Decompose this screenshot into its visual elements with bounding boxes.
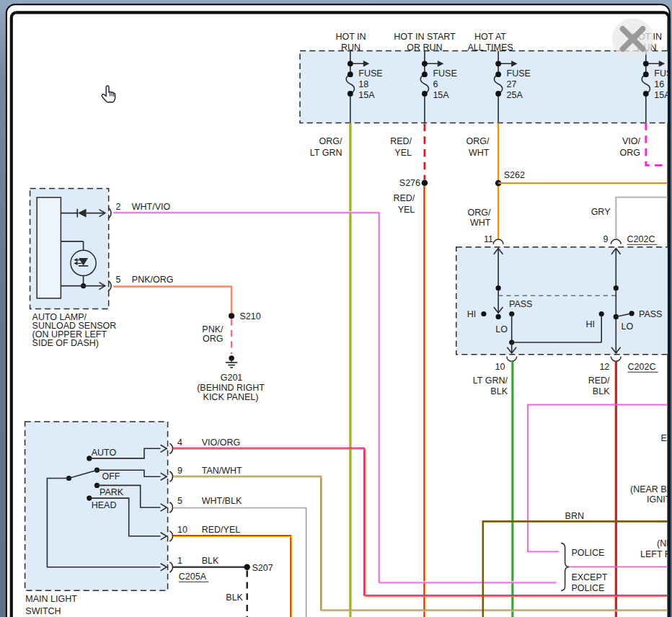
svg-text:9: 9 <box>177 466 182 476</box>
svg-text:RED/: RED/ <box>588 376 610 386</box>
svg-text:HI: HI <box>586 319 596 329</box>
svg-text:KICK PANEL): KICK PANEL) <box>203 392 259 402</box>
svg-text:10: 10 <box>495 362 505 372</box>
svg-text:EXCEPT: EXCEPT <box>571 572 607 582</box>
svg-text:PNK/ORG: PNK/ORG <box>132 275 174 285</box>
svg-text:RUN: RUN <box>341 43 361 53</box>
svg-text:16: 16 <box>654 79 664 89</box>
svg-text:6: 6 <box>433 79 438 89</box>
svg-text:BRN: BRN <box>565 511 584 521</box>
svg-text:C205A: C205A <box>179 572 207 582</box>
svg-text:AUTO: AUTO <box>92 448 117 458</box>
svg-text:(BEHIND RIGHT: (BEHIND RIGHT <box>197 383 265 393</box>
svg-text:ORG: ORG <box>620 148 640 158</box>
svg-text:9: 9 <box>604 234 609 244</box>
svg-text:FUSE: FUSE <box>507 68 531 79</box>
svg-text:HOT IN START: HOT IN START <box>394 32 456 42</box>
svg-text:BLK: BLK <box>202 556 219 566</box>
svg-text:C202C: C202C <box>627 234 655 244</box>
svg-text:BLK: BLK <box>593 386 610 396</box>
svg-text:OR RUN: OR RUN <box>407 43 442 53</box>
svg-text:27: 27 <box>507 79 517 89</box>
svg-text:VIO/: VIO/ <box>622 136 641 146</box>
svg-text:HOT IN: HOT IN <box>335 32 366 42</box>
svg-text:25A: 25A <box>507 90 523 100</box>
svg-text:S262: S262 <box>504 170 525 180</box>
svg-text:15A: 15A <box>358 90 375 100</box>
svg-text:RED/: RED/ <box>390 136 412 146</box>
svg-text:WHT: WHT <box>469 148 490 158</box>
svg-text:S207: S207 <box>252 563 273 573</box>
svg-text:ORG/: ORG/ <box>468 208 491 218</box>
svg-text:2: 2 <box>116 202 121 212</box>
svg-text:RED/: RED/ <box>393 193 415 203</box>
svg-text:WHT/BLK: WHT/BLK <box>202 496 242 506</box>
svg-text:PNK/: PNK/ <box>202 324 224 334</box>
svg-text:YEL: YEL <box>398 205 415 215</box>
svg-text:POLICE: POLICE <box>571 583 604 593</box>
svg-text:ORG: ORG <box>203 334 223 344</box>
svg-text:BLK: BLK <box>490 386 508 396</box>
svg-text:FUSE: FUSE <box>433 68 456 79</box>
svg-text:VIO/ORG: VIO/ORG <box>202 438 240 448</box>
svg-text:PASS: PASS <box>639 309 662 319</box>
svg-text:11: 11 <box>484 234 493 244</box>
svg-text:(NEAR BR: (NEAR BR <box>630 484 672 494</box>
svg-text:S276: S276 <box>399 178 420 188</box>
svg-text:IGNIT: IGNIT <box>647 494 671 505</box>
svg-text:WHT/VIO: WHT/VIO <box>132 202 171 212</box>
svg-text:5: 5 <box>177 496 182 506</box>
svg-text:WHT: WHT <box>470 218 491 228</box>
svg-text:5: 5 <box>116 275 121 285</box>
svg-text:LEFT F: LEFT F <box>640 549 671 559</box>
svg-text:POLICE: POLICE <box>571 548 604 558</box>
svg-text:BLK: BLK <box>226 592 243 603</box>
svg-text:LO: LO <box>495 324 508 334</box>
svg-text:RED/YEL: RED/YEL <box>202 525 241 535</box>
svg-text:10: 10 <box>177 525 187 535</box>
svg-text:HOT AT: HOT AT <box>474 32 506 42</box>
svg-text:PASS: PASS <box>509 299 532 309</box>
svg-text:ALL TIMES: ALL TIMES <box>467 43 513 53</box>
svg-text:12: 12 <box>599 362 609 372</box>
svg-text:15A: 15A <box>433 90 449 100</box>
svg-text:LT GRN/: LT GRN/ <box>473 376 508 386</box>
svg-text:PARK: PARK <box>100 487 124 497</box>
svg-text:S210: S210 <box>240 311 261 321</box>
svg-text:FUSE: FUSE <box>358 68 382 79</box>
svg-text:GRY: GRY <box>591 207 611 217</box>
svg-text:YEL: YEL <box>394 148 412 158</box>
svg-text:18: 18 <box>358 79 368 89</box>
svg-text:MAIN LIGHT: MAIN LIGHT <box>25 594 77 604</box>
svg-text:TAN/WHT: TAN/WHT <box>202 466 242 476</box>
svg-text:C202C: C202C <box>628 362 656 372</box>
svg-text:G201: G201 <box>221 373 243 383</box>
svg-text:LT GRN: LT GRN <box>310 148 342 158</box>
svg-text:4: 4 <box>177 438 182 448</box>
svg-text:SWITCH: SWITCH <box>25 606 61 616</box>
svg-text:HI: HI <box>467 309 477 319</box>
svg-text:HEAD: HEAD <box>92 500 117 510</box>
svg-text:1: 1 <box>177 556 182 566</box>
svg-text:SIDE OF DASH): SIDE OF DASH) <box>32 338 99 348</box>
svg-text:ORG/: ORG/ <box>319 136 342 146</box>
svg-text:OFF: OFF <box>102 471 120 481</box>
svg-text:ORG/: ORG/ <box>467 136 490 146</box>
svg-text:LO: LO <box>622 321 634 332</box>
